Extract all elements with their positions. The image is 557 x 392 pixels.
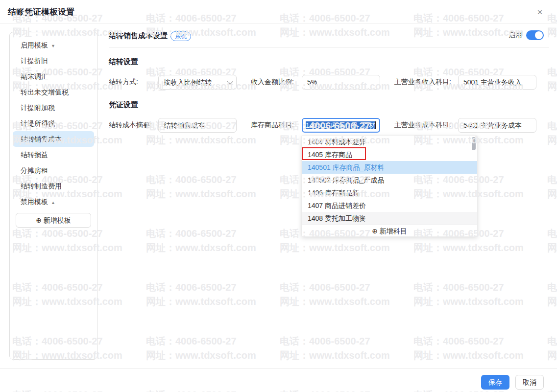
sidebar-item-label: 结转损益 xyxy=(21,151,48,159)
sidebar-item-surtax[interactable]: 计提附加税 xyxy=(13,100,94,115)
dialog-header xyxy=(0,0,557,23)
field-transfer-method: 结转方式: 按收入比例结转 xyxy=(109,75,237,90)
watermark-text: 网址：www.tdxsoft.com xyxy=(146,187,256,201)
enable-toggle[interactable] xyxy=(526,30,544,40)
cogs-account-input[interactable]: 5401 主营业务成本 xyxy=(458,118,536,133)
cost-summary-input[interactable]: 结转销售成本 xyxy=(158,118,237,133)
watermark-text: 网址：www.tdxsoft.com xyxy=(547,349,557,362)
income-ratio-input[interactable]: 5% xyxy=(302,75,380,90)
new-template-label: 新增模板 xyxy=(44,216,71,224)
watermark-text: 电话：4006-6500-27 xyxy=(146,173,237,186)
expand-arrow-icon: ▲ xyxy=(51,200,55,205)
close-icon[interactable]: × xyxy=(534,6,546,18)
field-cost-summary: 结转成本摘要: 结转销售成本 xyxy=(109,118,237,133)
watermark-text: 电话：4006-6500-27 xyxy=(146,227,237,240)
sidebar-item-depreciation[interactable]: 计提折旧 xyxy=(13,53,94,69)
template-list: 启用模板▼ 计提折旧 期末调汇 转出未交增值税 计提附加税 计提所得税 结转销售… xyxy=(10,37,97,209)
new-account-button[interactable]: ⊕ 新增科目 xyxy=(302,225,477,237)
plus-circle-icon: ⊕ xyxy=(372,227,378,235)
sidebar-item-label: 计提所得税 xyxy=(21,119,55,127)
toggle-knob xyxy=(535,31,543,39)
text-caret xyxy=(375,121,376,129)
section-title-voucher-settings: 凭证设置 xyxy=(109,100,138,110)
enable-control: 启用 xyxy=(509,30,544,40)
watermark-text: 网址：www.tdxsoft.com xyxy=(413,26,524,39)
watermark-text: 网址：www.tdxsoft.com xyxy=(547,241,557,254)
save-button[interactable]: 保存 xyxy=(481,375,509,390)
select-value: 按收入比例结转 xyxy=(164,75,212,89)
watermark-text: 电话：4006-6500-27 xyxy=(547,281,557,294)
sidebar-item-mfg-overhead[interactable]: 结转制造费用 xyxy=(13,178,94,194)
watermark-text: 电话：4006-6500-27 xyxy=(413,281,504,294)
watermark-text: 网址：www.tdxsoft.com xyxy=(146,241,256,254)
watermark-text: 电话：4006-6500-27 xyxy=(547,173,557,186)
dropdown-item-140501[interactable]: 140501 库存商品_原材料 xyxy=(302,161,477,174)
watermark-text: 电话：4006-6500-27 xyxy=(547,227,557,240)
dropdown-item-140502[interactable]: 140502 库存商品_产成品 xyxy=(302,174,477,186)
watermark-text: 网址：www.tdxsoft.com xyxy=(280,26,390,39)
plus-circle-icon: ⊕ xyxy=(36,216,42,224)
collapse-arrow-icon: ▼ xyxy=(51,44,55,48)
sidebar-item-label: 转出未交增值税 xyxy=(21,88,69,96)
dropdown-item-1406[interactable]: 1406 库存商品新 xyxy=(302,186,477,199)
cancel-button[interactable]: 取消 xyxy=(515,375,544,390)
inventory-account-input[interactable]: 140501 库存商品_原材 xyxy=(302,118,380,133)
sidebar-item-income-tax[interactable]: 计提所得税 xyxy=(13,115,94,131)
watermark-text: 电话：4006-6500-27 xyxy=(146,335,237,348)
watermark-text: 网址：www.tdxsoft.com xyxy=(146,349,256,362)
new-account-label: 新增科目 xyxy=(380,227,407,235)
watermark-text: 网址：www.tdxsoft.com xyxy=(413,349,524,362)
sidebar-item-pl-transfer[interactable]: 结转损益 xyxy=(13,147,94,162)
sidebar-group-disabled-templates[interactable]: 禁用模板▲ xyxy=(13,194,94,209)
sidebar-item-label: 计提折旧 xyxy=(21,57,48,65)
watermark-text: 电话：4006-6500-27 xyxy=(146,281,237,294)
watermark-text: 网址：www.tdxsoft.com xyxy=(146,295,256,308)
field-label: 结转成本摘要: xyxy=(109,121,158,130)
watermark-text: 电话：4006-6500-27 xyxy=(547,66,557,79)
dropdown-item-1404[interactable]: 1404 材料成本差异 xyxy=(302,136,477,148)
sidebar-item-label: 期末调汇 xyxy=(21,72,48,80)
dropdown-item-1408[interactable]: 1408 委托加工物资 xyxy=(302,212,477,225)
system-badge: 系统 xyxy=(170,31,191,41)
dialog-footer: 保存 取消 xyxy=(0,369,557,392)
watermark-text: 电话：4006-6500-27 xyxy=(280,335,370,348)
watermark-text: 网址：www.tdxsoft.com xyxy=(547,295,557,308)
watermark-text: 网址：www.tdxsoft.com xyxy=(547,187,557,201)
heading-divider xyxy=(109,47,549,47)
dropdown-item-1405[interactable]: 1405 库存商品 xyxy=(302,148,477,161)
chevron-down-icon xyxy=(227,78,233,85)
sidebar-item-fx-adjustment[interactable]: 期末调汇 xyxy=(13,69,94,84)
watermark-text: 电话：4006-6500-27 xyxy=(547,335,557,348)
field-label: 主营业务收入科目: xyxy=(394,78,458,87)
new-template-button[interactable]: ⊕ 新增模板 xyxy=(16,213,91,228)
section-title-transfer-settings: 结转设置 xyxy=(109,57,138,67)
transfer-method-select[interactable]: 按收入比例结转 xyxy=(158,75,237,90)
field-label: 收入金额比例: xyxy=(251,78,302,87)
watermark-text: 电话：4006-6500-27 xyxy=(547,119,557,133)
sidebar-group-enabled-templates[interactable]: 启用模板▼ xyxy=(13,37,94,53)
dropdown-item-1407[interactable]: 1407 商品进销差价 xyxy=(302,199,477,212)
watermark-text: 网址：www.tdxsoft.com xyxy=(413,241,524,254)
watermark-text: 网址：www.tdxsoft.com xyxy=(280,241,390,254)
sidebar-item-label: 分摊房租 xyxy=(21,166,48,174)
sidebar-item-vat-transfer[interactable]: 转出未交增值税 xyxy=(13,84,94,100)
watermark-text: 网址：www.tdxsoft.com xyxy=(280,295,390,308)
watermark-text: 电话：4006-6500-27 xyxy=(413,335,504,348)
enable-label: 启用 xyxy=(509,31,522,40)
field-income-ratio: 收入金额比例: 5% xyxy=(251,75,380,90)
sidebar-item-label: 结转制造费用 xyxy=(21,182,62,190)
revenue-account-input[interactable]: 5001 主营业务收入 xyxy=(458,75,536,90)
page-title: 结转销售成本设置 xyxy=(109,31,168,41)
sidebar-item-cogs-transfer[interactable]: 结转销售成本 xyxy=(13,131,94,147)
watermark-text: 网址：www.tdxsoft.com xyxy=(547,134,557,147)
dialog-title: 结账凭证模板设置 xyxy=(8,6,74,18)
sidebar-item-label: 结转销售成本 xyxy=(21,135,62,143)
field-cogs-account: 主营业务成本科目: 5401 主营业务成本 xyxy=(394,118,536,133)
selected-text: 140501 库存商品_原材 xyxy=(306,121,375,129)
watermark-text: 网址：www.tdxsoft.com xyxy=(146,134,256,147)
field-revenue-account: 主营业务收入科目: 5001 主营业务收入 xyxy=(394,75,536,90)
dropdown-scrollbar-thumb[interactable] xyxy=(472,137,476,150)
sidebar-item-rent-allocation[interactable]: 分摊房租 xyxy=(13,162,94,178)
field-inventory-account: 库存商品科目: 140501 库存商品_原材 xyxy=(251,118,380,133)
watermark-text: 网址：www.tdxsoft.com xyxy=(547,26,557,39)
